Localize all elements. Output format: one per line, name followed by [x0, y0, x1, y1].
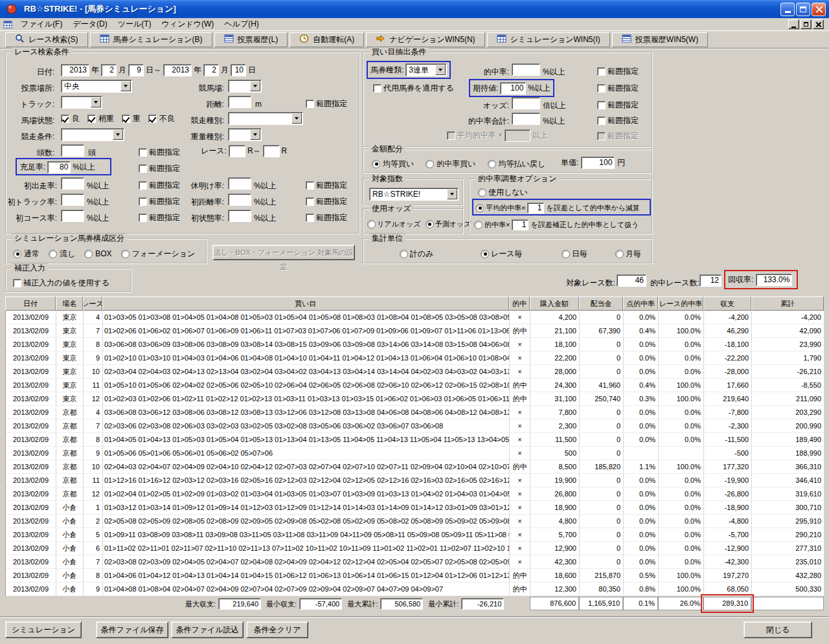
real-odds-radio[interactable] [367, 220, 376, 228]
adjust-subtract-radio[interactable] [475, 204, 484, 212]
first-going-rate-input[interactable] [228, 210, 251, 222]
table-row[interactable]: 2013/02/09 東京 12 01>02>03 01>02>06 01>02… [6, 392, 824, 406]
date-to-day-input[interactable]: 10 [231, 64, 246, 76]
per-race-radio[interactable] [481, 250, 489, 258]
first-course-rate-input[interactable] [61, 210, 84, 222]
expected-value-range-checkbox[interactable] [597, 84, 606, 93]
table-row[interactable]: 2013/02/09 東京 11 01>05>10 01>05>06 02>04… [6, 379, 824, 392]
table-row[interactable]: 2013/02/09 京都 8 01>04>05 01>04>13 01>05>… [6, 433, 824, 447]
col-header-balance[interactable]: 収支 [703, 296, 751, 311]
col-header-point-rate[interactable]: 点的中率 [623, 296, 658, 311]
simulation-button[interactable]: シミュレーション [5, 621, 82, 638]
going-bad-checkbox[interactable] [148, 115, 157, 123]
table-row[interactable]: 2013/02/09 東京 4 01>03>05 01>03>08 01>04>… [6, 311, 824, 324]
table-row[interactable]: 2013/02/09 京都 11 01>12>16 01>16>12 02>03… [6, 474, 824, 487]
predicted-odds-radio[interactable] [426, 220, 434, 228]
date-to-month-input[interactable]: 2 [203, 64, 219, 76]
menu-window[interactable]: ウィンドウ(W) [157, 18, 220, 30]
head-count-range-checkbox[interactable] [139, 148, 147, 157]
race-condition-combo[interactable] [61, 128, 124, 141]
col-header-cumulative[interactable]: 累計 [751, 296, 824, 311]
menu-help[interactable]: ヘルプ(H) [219, 18, 264, 30]
formation-radio[interactable] [121, 250, 130, 258]
going-slightly-heavy-checkbox[interactable] [87, 115, 96, 123]
race-to-input[interactable] [263, 145, 280, 157]
place-combo[interactable]: 中央 [61, 80, 132, 93]
col-header-place[interactable]: 場名 [56, 296, 83, 311]
head-count-input[interactable] [61, 144, 84, 157]
table-row[interactable]: 2013/02/09 京都 4 03>06>08 03>06>12 03>08>… [6, 406, 824, 419]
hit-rate-buy-radio[interactable] [426, 160, 434, 168]
close-button[interactable] [812, 3, 826, 16]
col-header-purchase[interactable]: 購入金額 [530, 296, 579, 311]
racecourse-combo[interactable] [228, 80, 262, 93]
col-header-kaime[interactable]: 買い目 [102, 296, 509, 311]
average-hit-rate-checkbox[interactable] [447, 131, 455, 140]
col-header-race[interactable]: レース [83, 296, 102, 311]
table-row[interactable]: 2013/02/09 東京 7 01>02>06 01>06>02 01>06>… [6, 324, 824, 338]
first-track-range-checkbox[interactable] [139, 197, 147, 206]
table-row[interactable]: 2013/02/09 小倉 5 01>09>11 03>08>09 03>08>… [6, 528, 824, 542]
child-close-button[interactable] [813, 19, 824, 29]
normal-radio[interactable] [13, 250, 21, 258]
first-distance-rate-input[interactable] [228, 194, 251, 206]
rest-return-range-checkbox[interactable] [306, 181, 314, 190]
fulfillment-rate-input[interactable]: 80 [47, 161, 71, 173]
table-row[interactable]: 2013/02/09 東京 9 01>02>10 01>03>10 01>04>… [6, 351, 824, 365]
first-run-rate-input[interactable] [61, 177, 84, 190]
adjust-correct-radio[interactable] [474, 221, 483, 229]
table-row[interactable]: 2013/02/09 小倉 7 02>03>08 02>03>09 02>04>… [6, 555, 824, 569]
table-row[interactable]: 2013/02/09 京都 10 02>04>03 02>04>07 02>04… [6, 460, 824, 474]
table-row[interactable]: 2013/02/09 東京 8 03>06>08 03>06>09 03>08>… [6, 338, 824, 351]
equal-buy-radio[interactable] [372, 160, 380, 168]
bet-type-combo[interactable]: 3連単 [405, 63, 447, 76]
equal-payout-radio[interactable] [488, 160, 496, 168]
table-row[interactable]: 2013/02/09 京都 7 02>03>06 02>03>08 02>06>… [6, 419, 824, 433]
minimize-button[interactable] [780, 3, 795, 16]
race-kind-combo[interactable] [228, 112, 303, 125]
clear-all-conditions-button[interactable]: 条件全クリア [246, 621, 308, 638]
first-run-range-checkbox[interactable] [139, 181, 147, 190]
substitute-bet-checkbox[interactable] [373, 84, 381, 93]
dropdown-arrow-icon[interactable] [91, 97, 101, 107]
first-going-range-checkbox[interactable] [306, 214, 314, 222]
rest-return-rate-input[interactable] [228, 177, 251, 190]
toolbar-vote-history-button[interactable]: 投票履歴(L) [214, 32, 288, 47]
dropdown-arrow-icon[interactable] [113, 129, 123, 140]
table-row[interactable]: 2013/02/09 小倉 8 01>04>06 01>04>12 01>04>… [6, 569, 824, 583]
child-minimize-button[interactable] [788, 19, 799, 29]
fulfillment-range-checkbox[interactable] [139, 164, 147, 173]
menu-tools[interactable]: ツール(T) [113, 18, 157, 30]
toolbar-vote-history-win5-button[interactable]: 投票履歴WIN5(W) [612, 32, 708, 47]
dropdown-arrow-icon[interactable] [120, 81, 131, 91]
table-row[interactable]: 2013/02/09 京都 9 01>05>06 05>01>06 05>06>… [6, 447, 824, 460]
child-restore-button[interactable] [801, 19, 812, 29]
date-from-day-input[interactable]: 9 [128, 64, 144, 76]
total-only-radio[interactable] [400, 250, 408, 258]
maximize-button[interactable] [796, 3, 810, 16]
hit-rate-range-checkbox[interactable] [597, 67, 606, 76]
going-good-checkbox[interactable] [61, 115, 69, 123]
dropdown-arrow-icon[interactable] [250, 81, 260, 91]
close-view-button[interactable]: 閉じる [744, 621, 812, 638]
save-condition-file-button[interactable]: 条件ファイル保存 [96, 621, 168, 638]
average-hit-rate-input[interactable] [505, 129, 530, 142]
target-index-combo[interactable]: RB☆STRIKE! [369, 188, 459, 201]
menu-file[interactable]: ファイル(F) [16, 18, 67, 30]
toolbar-simulation-button[interactable]: 馬券シミュレーション(B) [90, 32, 212, 47]
hit-rate-total-input[interactable] [512, 113, 540, 125]
table-row[interactable]: 2013/02/09 京都 12 01>02>04 01>02>05 01>02… [6, 487, 824, 501]
adjust-subtract-input[interactable]: 1 [527, 203, 544, 214]
unit-price-input[interactable]: 100 [581, 157, 615, 169]
nagashi-radio[interactable] [49, 250, 57, 258]
first-course-range-checkbox[interactable] [139, 214, 147, 222]
col-header-hit[interactable]: 的中 [509, 296, 530, 311]
menu-data[interactable]: データ(D) [67, 18, 112, 30]
dropdown-arrow-icon[interactable] [250, 129, 260, 140]
table-row[interactable]: 2013/02/09 小倉 1 01>03>12 01>03>14 01>09>… [6, 501, 824, 515]
going-heavy-checkbox[interactable] [122, 115, 130, 123]
dropdown-arrow-icon[interactable] [291, 113, 302, 124]
toolbar-race-search-button[interactable]: レース検索(S) [5, 32, 88, 47]
toolbar-auto-run-button[interactable]: 自動運転(A) [290, 32, 364, 47]
hit-rate-total-range-checkbox[interactable] [597, 117, 606, 125]
